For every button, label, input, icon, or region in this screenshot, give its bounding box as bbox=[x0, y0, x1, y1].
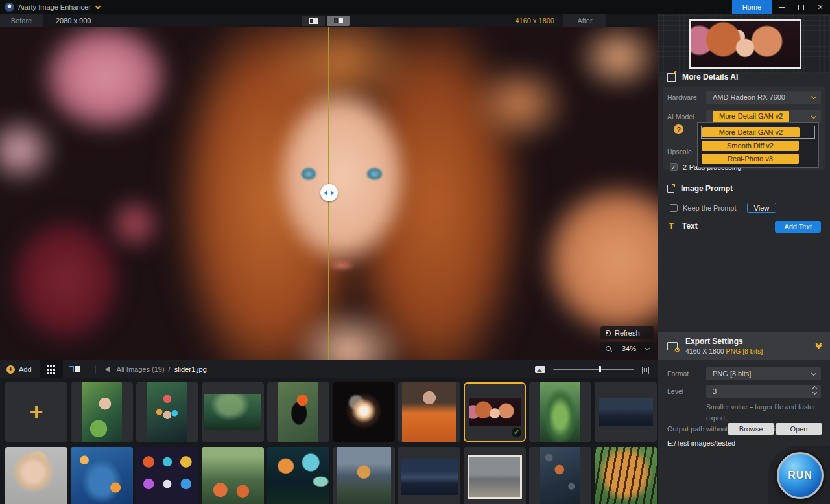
grid-view-button[interactable] bbox=[40, 360, 63, 378]
thumbnail-image bbox=[82, 382, 121, 442]
model-option-smooth-diff[interactable]: Smooth Diff v2 bbox=[701, 140, 815, 152]
maximize-button[interactable] bbox=[791, 0, 811, 14]
thumbnail-jungle[interactable] bbox=[202, 382, 264, 442]
photo-right-eye bbox=[366, 167, 383, 181]
toolbar-divider bbox=[95, 365, 96, 374]
two-pass-checkbox[interactable]: ✓ bbox=[670, 163, 678, 171]
thumbnail-tiger[interactable] bbox=[595, 447, 657, 504]
stepper-down-icon[interactable] bbox=[812, 390, 817, 395]
export-settings-header[interactable]: Export Settings 4160 X 1800 PNG [8 bits] bbox=[658, 332, 830, 360]
model-option-real-photo[interactable]: Real-Photo v3 bbox=[701, 153, 815, 165]
thumbnail-blue-bottle[interactable] bbox=[71, 447, 133, 504]
zoom-control[interactable]: 34% bbox=[600, 342, 654, 355]
refresh-button[interactable]: Refresh bbox=[600, 326, 654, 339]
thumbnail-image bbox=[71, 447, 133, 504]
hardware-select[interactable]: AMD Radeon RX 7600 bbox=[706, 91, 821, 104]
magnifier-icon bbox=[605, 345, 612, 352]
thumbnail-mountains[interactable] bbox=[595, 382, 657, 442]
view-prompt-button[interactable]: View bbox=[747, 203, 777, 213]
thumbnail-shields[interactable] bbox=[136, 447, 198, 504]
thumbnail-jellyfish[interactable] bbox=[267, 447, 329, 504]
thumbnail-portrait-selected[interactable]: ✓ bbox=[464, 382, 526, 442]
refresh-label: Refresh bbox=[615, 329, 640, 337]
thumbnail-monk[interactable] bbox=[398, 382, 460, 442]
add-label: Add bbox=[19, 365, 32, 373]
add-image-tile[interactable]: + bbox=[5, 382, 67, 442]
compare-view-toggles bbox=[302, 16, 350, 26]
split-view-icon bbox=[309, 18, 318, 24]
close-button[interactable]: × bbox=[811, 0, 830, 14]
app-window: Aiarty Image Enhancer Home × Before 2080… bbox=[0, 0, 830, 504]
thumbnail-size-slider[interactable] bbox=[553, 369, 634, 370]
browse-button[interactable]: Browse bbox=[728, 423, 774, 435]
thumbnail-image bbox=[136, 447, 198, 504]
help-icon[interactable]: ? bbox=[674, 124, 683, 134]
thumbnail-vintage-photo[interactable] bbox=[464, 447, 526, 504]
split-view-button[interactable] bbox=[302, 16, 325, 26]
run-button[interactable]: RUN bbox=[777, 452, 824, 499]
text-tool-icon: T bbox=[667, 222, 676, 231]
keep-prompt-row: Keep the Prompt View bbox=[670, 203, 776, 213]
thumbnail-astronaut[interactable] bbox=[529, 447, 591, 504]
output-path-label: Output path bbox=[667, 425, 705, 433]
app-menu-chevron-icon[interactable] bbox=[95, 3, 101, 8]
navigator-thumbnail[interactable] bbox=[689, 19, 801, 69]
thumbnail-wagon[interactable] bbox=[333, 447, 395, 504]
slider-left-arrow-icon bbox=[324, 190, 327, 196]
thumbnail-blonde[interactable] bbox=[5, 447, 67, 504]
compare-slider-handle[interactable] bbox=[320, 184, 338, 201]
thumbnail-flower-girl[interactable] bbox=[136, 382, 198, 442]
slider-thumb[interactable] bbox=[599, 366, 601, 372]
grid-view-icon bbox=[47, 365, 49, 367]
after-size: 4160 x 1800 bbox=[515, 17, 554, 25]
navigator-area bbox=[658, 14, 830, 73]
add-text-button[interactable]: Add Text bbox=[775, 221, 821, 233]
thumbnail-greenhouse[interactable] bbox=[202, 447, 264, 504]
keep-prompt-label: Keep the Prompt bbox=[683, 204, 737, 212]
open-button[interactable]: Open bbox=[776, 423, 822, 435]
thumbnail-night-peaks[interactable] bbox=[398, 447, 460, 504]
format-select[interactable]: PNG [8 bits] bbox=[706, 367, 821, 380]
chevron-down-icon bbox=[811, 94, 816, 99]
before-size: 2080 x 900 bbox=[56, 17, 91, 25]
export-gear-icon bbox=[667, 342, 678, 350]
minimize-button[interactable] bbox=[772, 0, 791, 14]
thumbnail-terrarium[interactable] bbox=[529, 382, 591, 442]
slider-right-arrow-icon bbox=[331, 190, 334, 196]
trash-icon[interactable] bbox=[642, 367, 649, 374]
zoom-value: 34% bbox=[622, 345, 636, 352]
collapse-double-chevron-icon[interactable] bbox=[816, 344, 821, 348]
selected-check-icon: ✓ bbox=[512, 428, 521, 437]
output-path-value: E:/Test images/tested bbox=[667, 439, 735, 447]
image-prompt-header: Image Prompt bbox=[667, 184, 733, 193]
thumbnail-image bbox=[337, 447, 391, 504]
photo-peach-flower-top bbox=[566, 27, 658, 100]
back-arrow-icon[interactable] bbox=[105, 366, 110, 372]
thumbnail-anime-girl[interactable] bbox=[71, 382, 133, 442]
image-preview[interactable]: Refresh 34% bbox=[0, 27, 658, 360]
before-tab[interactable]: Before bbox=[0, 14, 43, 27]
thumbnail-toucan[interactable] bbox=[267, 382, 329, 442]
maximize-icon bbox=[798, 5, 804, 10]
more-details-title: More Details AI bbox=[682, 73, 738, 82]
output-path-row: Output path Browse Open bbox=[667, 422, 822, 435]
level-stepper[interactable] bbox=[813, 387, 816, 394]
breadcrumb-all-images[interactable]: All Images (19) bbox=[117, 365, 165, 373]
ai-model-select[interactable]: More-Detail GAN v2 bbox=[706, 110, 821, 123]
keep-prompt-checkbox[interactable] bbox=[670, 204, 678, 212]
minimize-icon bbox=[779, 7, 785, 8]
breadcrumb-separator: / bbox=[169, 365, 171, 373]
thumbnail-image bbox=[401, 459, 458, 494]
thumbnail-crystal-flower[interactable] bbox=[333, 382, 395, 442]
thumbnail-image bbox=[595, 447, 657, 504]
side-by-side-view-button[interactable] bbox=[327, 16, 350, 26]
model-option-more-detail-gan[interactable]: More-Detail GAN v2 bbox=[701, 126, 815, 139]
export-bits: [8 bits] bbox=[742, 347, 763, 355]
filmstrip-view-button[interactable] bbox=[63, 360, 86, 378]
home-button[interactable]: Home bbox=[732, 0, 772, 14]
after-tab[interactable]: After bbox=[563, 14, 606, 27]
level-input[interactable]: 3 bbox=[706, 385, 821, 398]
thumbnail-grid: +✓ bbox=[0, 378, 658, 504]
slider-bar-icon bbox=[329, 190, 329, 196]
add-button[interactable]: + Add bbox=[0, 360, 40, 378]
